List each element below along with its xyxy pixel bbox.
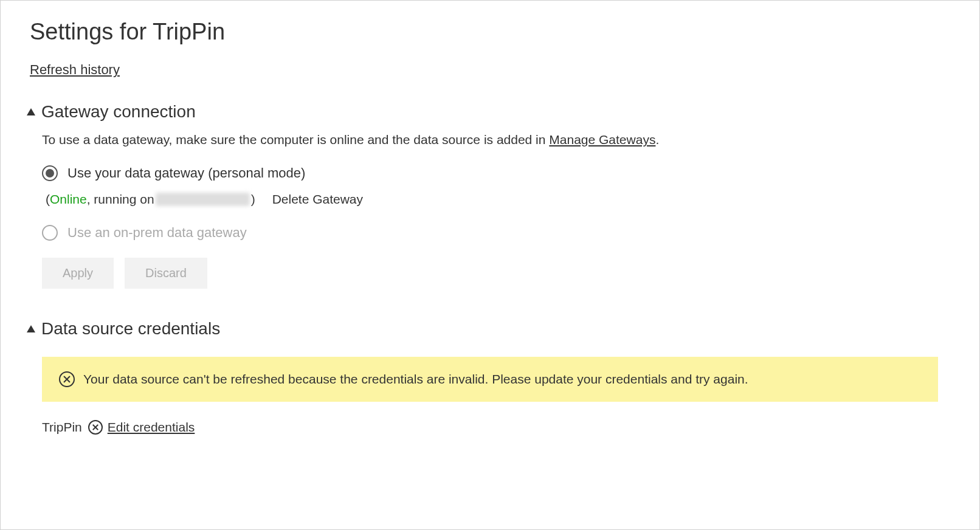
status-online: Online: [50, 192, 87, 207]
gateway-button-row: Apply Discard: [42, 258, 950, 289]
gateway-onprem-label: Use an on-prem data gateway: [67, 225, 247, 241]
machine-name-redacted: [156, 193, 250, 206]
gateway-personal-radio-row[interactable]: Use your data gateway (personal mode): [42, 165, 950, 181]
delete-gateway-link[interactable]: Delete Gateway: [272, 192, 363, 207]
page-title: Settings for TripPin: [30, 19, 950, 45]
gateway-status-row: (Online, running on ) Delete Gateway: [46, 192, 950, 207]
error-circle-icon: [59, 371, 75, 387]
radio-unselected-icon: [42, 225, 58, 241]
discard-button[interactable]: Discard: [125, 258, 207, 289]
gateway-description: To use a data gateway, make sure the com…: [42, 132, 950, 147]
credentials-source-row: TripPin Edit credentials: [42, 420, 950, 435]
edit-credentials-link[interactable]: Edit credentials: [108, 420, 195, 435]
gateway-onprem-radio-row[interactable]: Use an on-prem data gateway: [42, 225, 950, 241]
data-source-credentials-section: Data source credentials Your data source…: [30, 319, 950, 435]
paren-close: ): [251, 192, 255, 207]
credentials-section-toggle[interactable]: Data source credentials: [30, 319, 950, 339]
error-circle-icon: [88, 420, 103, 435]
gateway-section-toggle[interactable]: Gateway connection: [30, 102, 950, 122]
alert-text: Your data source can't be refreshed beca…: [83, 372, 748, 387]
gateway-connection-section: Gateway connection To use a data gateway…: [30, 102, 950, 289]
radio-selected-icon: [42, 165, 58, 181]
refresh-history-link[interactable]: Refresh history: [30, 62, 120, 78]
gateway-desc-suffix: .: [655, 132, 659, 146]
status-running-text: , running on: [87, 192, 154, 207]
gateway-section-title: Gateway connection: [41, 102, 196, 122]
apply-button[interactable]: Apply: [42, 258, 114, 289]
source-name: TripPin: [42, 420, 82, 435]
chevron-up-icon: [27, 325, 35, 332]
gateway-personal-label: Use your data gateway (personal mode): [67, 165, 305, 181]
paren-open: (: [46, 192, 50, 207]
credentials-section-title: Data source credentials: [41, 319, 220, 339]
credentials-alert: Your data source can't be refreshed beca…: [42, 357, 938, 402]
manage-gateways-link[interactable]: Manage Gateways: [549, 132, 655, 146]
gateway-desc-text: To use a data gateway, make sure the com…: [42, 132, 549, 146]
chevron-up-icon: [27, 108, 35, 115]
